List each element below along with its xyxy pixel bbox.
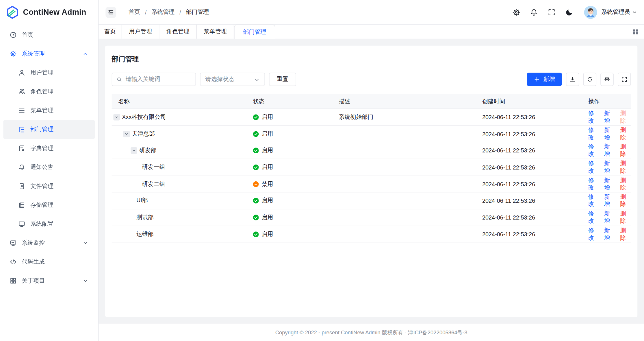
status-disabled-icon [253, 181, 259, 187]
username[interactable]: 系统管理员 [601, 8, 630, 16]
sidebar-item-notice[interactable]: 通知公告 [3, 158, 95, 177]
search-icon [116, 76, 122, 82]
sidebar-item-role-management[interactable]: 角色管理 [3, 82, 95, 101]
sidebar-item-about-project[interactable]: 关于项目 [3, 271, 95, 290]
sidebar-item-storage-management[interactable]: 存储管理 [3, 196, 95, 215]
delete-link[interactable]: 删除 [620, 193, 631, 208]
application-window: ContiNew Admin 首页 系统管理 [0, 0, 644, 341]
edit-link[interactable]: 修改 [588, 126, 599, 141]
tree-collapse-icon[interactable] [113, 114, 120, 121]
sidebar-item-system-monitor[interactable]: 系统监控 [3, 233, 95, 252]
table-row: Xxx科技有限公司 启用 系统初始部门 2024-06-11 22:53:26 … [112, 109, 631, 126]
status-select[interactable]: 请选择状态 [200, 73, 265, 86]
gear-icon [10, 50, 17, 58]
dark-mode-moon-icon[interactable] [565, 8, 573, 16]
sidebar-item-label: 用户管理 [30, 69, 95, 77]
sidebar-item-code-generation[interactable]: 代码生成 [3, 252, 95, 271]
status-enabled-icon [253, 131, 259, 137]
notifications-bell-icon[interactable] [530, 8, 538, 16]
delete-link[interactable]: 删除 [620, 227, 631, 242]
tab-role-management[interactable]: 角色管理 [159, 25, 197, 38]
column-header-created: 创建时间 [476, 98, 582, 105]
sidebar-item-label: 部门管理 [30, 126, 95, 133]
add-child-link[interactable]: 新增 [604, 160, 615, 175]
edit-link[interactable]: 修改 [588, 210, 599, 225]
created-time: 2024-06-11 22:53:26 [476, 181, 582, 187]
tab-user-management[interactable]: 用户管理 [122, 25, 159, 38]
department-name: 运维部 [136, 231, 154, 238]
table-row: 研发二组 禁用 2024-06-11 22:53:26 修改新增删除 [112, 176, 631, 193]
top-bar: 首页 / 系统管理 / 部门管理 [99, 0, 644, 25]
tree-collapse-icon[interactable] [131, 147, 137, 154]
tab-bar: 首页 用户管理 角色管理 菜单管理 部门管理 [99, 25, 644, 39]
tab-department-management[interactable]: 部门管理 [234, 25, 275, 39]
sidebar-item-label: 通知公告 [30, 164, 95, 171]
reset-button[interactable]: 重置 [269, 73, 296, 86]
status-label: 启用 [262, 214, 273, 221]
avatar[interactable] [584, 5, 597, 19]
tree-indent [112, 217, 136, 217]
delete-link[interactable]: 删除 [620, 160, 631, 175]
tree-indent [112, 184, 142, 184]
breadcrumb-home[interactable]: 首页 [129, 8, 140, 16]
add-button[interactable]: 新增 [527, 73, 562, 86]
sidebar-item-department-management[interactable]: 部门管理 [3, 120, 95, 139]
add-child-link[interactable]: 新增 [604, 210, 615, 225]
sidebar-item-home[interactable]: 首页 [3, 25, 95, 44]
sidebar-item-system-management[interactable]: 系统管理 [3, 45, 95, 63]
sidebar-item-label: 关于项目 [22, 277, 82, 285]
add-child-link[interactable]: 新增 [604, 227, 615, 242]
breadcrumb-system-management[interactable]: 系统管理 [151, 8, 175, 16]
column-header-operations: 操作 [582, 98, 631, 105]
content-area: 部门管理 请输入关键词 请选择状态 [99, 39, 644, 324]
main-area: 首页 / 系统管理 / 部门管理 [99, 0, 644, 341]
dashboard-icon [10, 31, 17, 39]
chevron-down-icon [83, 278, 88, 284]
sidebar-item-system-config[interactable]: 系统配置 [3, 215, 95, 233]
delete-link[interactable]: 删除 [620, 177, 631, 191]
fullscreen-icon[interactable] [548, 8, 556, 16]
column-settings-button[interactable] [600, 73, 613, 86]
sidebar-item-label: 角色管理 [30, 88, 95, 95]
tab-menu-management[interactable]: 菜单管理 [197, 25, 234, 38]
tab-list-grid-icon[interactable] [632, 25, 639, 38]
department-name: 研发一组 [142, 164, 165, 171]
export-download-button[interactable] [566, 73, 579, 86]
created-time: 2024-06-11 22:53:26 [476, 114, 582, 121]
tree-indent [112, 167, 142, 167]
edit-link[interactable]: 修改 [588, 160, 599, 175]
tree-collapse-icon[interactable] [123, 130, 130, 137]
breadcrumb-separator: / [179, 9, 181, 16]
edit-link[interactable]: 修改 [588, 110, 599, 124]
add-child-link[interactable]: 新增 [604, 177, 615, 191]
add-child-link[interactable]: 新增 [604, 193, 615, 208]
edit-link[interactable]: 修改 [588, 143, 599, 158]
delete-link[interactable]: 删除 [620, 143, 631, 158]
sidebar-item-menu-management[interactable]: 菜单管理 [3, 101, 95, 120]
sidebar-item-label: 字典管理 [30, 145, 95, 152]
add-child-link[interactable]: 新增 [604, 126, 615, 141]
add-child-link[interactable]: 新增 [604, 110, 615, 124]
sidebar-item-dictionary-management[interactable]: 字典管理 [3, 139, 95, 158]
refresh-button[interactable] [583, 73, 596, 86]
sidebar-item-file-management[interactable]: 文件管理 [3, 177, 95, 196]
table-row: 测试部 启用 2024-06-11 22:53:26 修改新增删除 [112, 209, 631, 226]
department-name: UI部 [136, 197, 148, 204]
status-enabled-icon [253, 164, 259, 170]
table-fullscreen-button[interactable] [618, 73, 631, 86]
tab-home[interactable]: 首页 [99, 25, 122, 38]
edit-link[interactable]: 修改 [588, 193, 599, 208]
sidebar-item-user-management[interactable]: 用户管理 [3, 63, 95, 82]
sidebar-collapse-button[interactable] [105, 7, 116, 17]
delete-link[interactable]: 删除 [620, 126, 631, 141]
chevron-down-icon[interactable] [632, 9, 637, 15]
search-input[interactable]: 请输入关键词 [112, 73, 196, 86]
edit-link[interactable]: 修改 [588, 177, 599, 191]
created-time: 2024-06-11 22:53:26 [476, 231, 582, 237]
delete-link[interactable]: 删除 [620, 210, 631, 225]
logo[interactable]: ContiNew Admin [0, 0, 98, 25]
app-title: ContiNew Admin [23, 8, 86, 17]
add-child-link[interactable]: 新增 [604, 143, 615, 158]
edit-link[interactable]: 修改 [588, 227, 599, 242]
settings-icon[interactable] [512, 8, 520, 16]
